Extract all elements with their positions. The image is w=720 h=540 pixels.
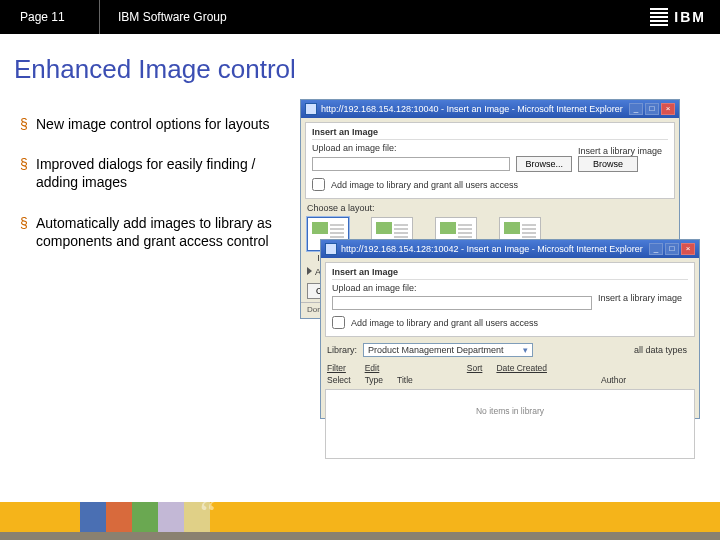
empty-state: No items in library (326, 390, 694, 432)
library-table: No items in library (325, 389, 695, 459)
bullet-item: Automatically add images to library as c… (20, 214, 290, 250)
ibm-logo: IBM (650, 8, 706, 26)
fieldset-insert: Insert an Image Upload an image file: In… (325, 262, 695, 337)
add-to-library-checkbox[interactable] (312, 178, 325, 191)
library-value: Product Management Department (368, 345, 504, 355)
author-label: Author (601, 375, 626, 385)
add-to-library-checkbox[interactable] (332, 316, 345, 329)
slide-footer: “ (0, 496, 720, 540)
upload-input[interactable] (332, 296, 592, 310)
select-label: Select (327, 375, 351, 385)
add-to-library-label: Add image to library and grant all users… (331, 180, 518, 190)
insert-library-label: Insert a library image (598, 293, 688, 303)
add-to-library-label: Add image to library and grant all users… (351, 318, 538, 328)
insert-library-label: Insert a library image (578, 146, 668, 156)
window-title: http://192.168.154.128:10042 - Insert an… (341, 244, 643, 254)
title-label: Title (397, 375, 413, 385)
library-select[interactable]: Product Management Department (363, 343, 533, 357)
type-label: Type (365, 375, 383, 385)
ie-icon (305, 103, 317, 115)
slide-title: Enhanced Image control (0, 34, 720, 93)
page-number: Page 11 (0, 0, 100, 34)
fieldset-legend: Insert an Image (332, 267, 688, 280)
close-button[interactable]: × (681, 243, 695, 255)
bullet-item: New image control options for layouts (20, 115, 290, 133)
upload-input[interactable] (312, 157, 510, 171)
filter-link[interactable]: Filter (327, 363, 351, 373)
chevron-right-icon (307, 267, 312, 275)
browse-library-button[interactable]: Browse (578, 156, 638, 172)
dialog-insert-image-2: http://192.168.154.128:10042 - Insert an… (320, 239, 700, 419)
upload-label: Upload an image file: (312, 143, 572, 153)
fieldset-insert: Insert an Image Upload an image file: Br… (305, 122, 675, 199)
ibm-logo-text: IBM (674, 9, 706, 25)
window-titlebar[interactable]: http://192.168.154.128:10042 - Insert an… (321, 240, 699, 258)
window-titlebar[interactable]: http://192.168.154.128:10040 - Insert an… (301, 100, 679, 118)
close-button[interactable]: × (661, 103, 675, 115)
ibm-logo-icon (650, 8, 668, 26)
quote-icon: “ (200, 492, 216, 534)
fieldset-legend: Insert an Image (312, 127, 668, 140)
date-created-link[interactable]: Date Created (496, 363, 547, 373)
choose-layout-label: Choose a layout: (307, 203, 673, 213)
bullet-item: Improved dialogs for easily finding / ad… (20, 155, 290, 191)
minimize-button[interactable]: _ (629, 103, 643, 115)
sort-link[interactable]: Sort (467, 363, 483, 373)
footer-swatches (80, 502, 210, 532)
upload-label: Upload an image file: (332, 283, 592, 293)
window-title: http://192.168.154.128:10040 - Insert an… (321, 104, 623, 114)
browse-button[interactable]: Browse... (516, 156, 572, 172)
minimize-button[interactable]: _ (649, 243, 663, 255)
edit-link[interactable]: Edit (365, 363, 383, 373)
maximize-button[interactable]: □ (665, 243, 679, 255)
show-label: all data types (634, 345, 687, 355)
top-bar: Page 11 IBM Software Group IBM (0, 0, 720, 34)
group-name: IBM Software Group (100, 10, 227, 24)
maximize-button[interactable]: □ (645, 103, 659, 115)
library-label: Library: (327, 345, 357, 355)
ie-icon (325, 243, 337, 255)
screenshot-stack: http://192.168.154.128:10040 - Insert an… (300, 99, 700, 429)
bullet-list: New image control options for layouts Im… (20, 99, 290, 429)
